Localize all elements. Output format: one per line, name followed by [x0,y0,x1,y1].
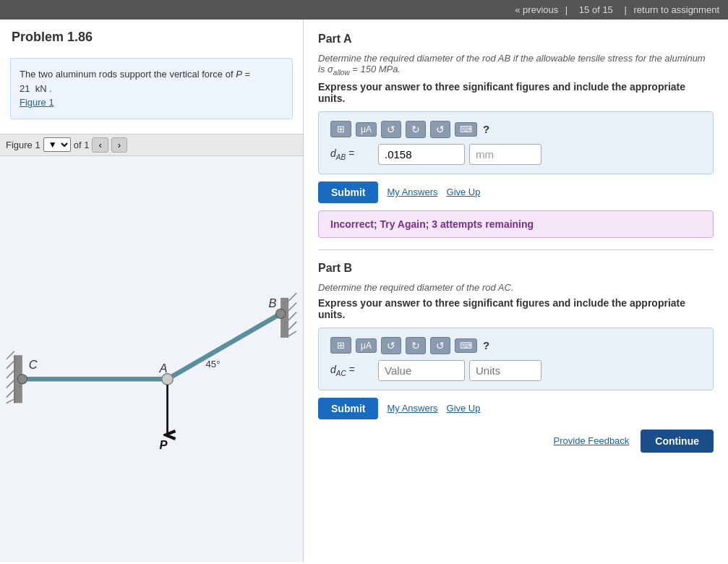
angle-label: 45° [205,358,220,369]
keyboard-btn-a[interactable]: ⌨ [455,122,477,137]
previous-link[interactable]: « previous [515,4,558,15]
svg-line-11 [288,312,296,320]
figure-next-btn[interactable]: › [111,137,127,153]
svg-line-7 [7,398,14,403]
description-text: The two aluminum rods support the vertic… [20,69,250,94]
figure-toolbar: Figure 1 ▼ of 1 ‹ › [0,134,303,156]
undo-btn-b[interactable]: ↺ [381,337,401,354]
part-b-section: Part B Determine the required diameter o… [318,262,714,419]
label-a: A [159,362,168,375]
part-b-unit-input[interactable] [469,360,541,381]
part-a-section: Part A Determine the required diameter o… [318,33,714,238]
matrix-btn-b[interactable]: ⊞ [330,337,351,354]
part-b-my-answers-btn[interactable]: My Answers [387,403,437,414]
help-btn-b[interactable]: ? [483,339,489,351]
problem-title: Problem 1.86 [0,20,303,52]
part-a-toolbar: ⊞ μA ↺ ↻ ↺ ⌨ ? [330,121,701,138]
figure-canvas: C A B 45° P [0,156,303,563]
return-link[interactable]: return to assignment [633,4,719,15]
part-a-incorrect-banner: Incorrect; Try Again; 3 attempts remaini… [318,210,714,238]
micro-btn-b[interactable]: μA [356,338,377,353]
part-a-action-row: Submit My Answers Give Up [318,181,714,203]
label-c: C [29,357,38,371]
left-panel: Problem 1.86 The two aluminum rods suppo… [0,20,304,562]
bottom-row: Provide Feedback Continue [318,430,714,453]
figure-container: Figure 1 ▼ of 1 ‹ › [0,134,303,563]
svg-line-6 [7,389,14,397]
part-a-answer-box: ⊞ μA ↺ ↻ ↺ ⌨ ? dAB = [318,111,714,174]
main-layout: Problem 1.86 The two aluminum rods suppo… [0,20,728,562]
part-b-label: dAC = [330,364,374,377]
separator: | [624,4,629,15]
svg-line-9 [288,293,296,301]
svg-line-10 [288,302,296,310]
figure-svg: C A B 45° P [0,156,303,563]
figure-of-label: of 1 [74,140,90,150]
part-b-give-up-btn[interactable]: Give Up [447,403,481,414]
part-b-answer-row: dAC = [330,360,701,381]
svg-line-3 [7,360,14,368]
matrix-btn-a[interactable]: ⊞ [330,121,351,137]
right-panel: Part A Determine the required diameter o… [304,20,728,562]
part-a-label: dAB = [330,148,374,161]
part-divider [318,249,714,250]
undo-btn-a[interactable]: ↺ [381,121,401,138]
part-b-toolbar: ⊞ μA ↺ ↻ ↺ ⌨ ? [330,337,701,354]
continue-btn[interactable]: Continue [641,430,714,453]
figure-selector-label: Figure 1 [6,140,40,150]
problem-description: The two aluminum rods support the vertic… [10,58,293,119]
label-p: P [160,438,168,452]
svg-line-2 [7,351,14,359]
svg-line-13 [288,331,296,336]
svg-point-16 [17,374,27,383]
svg-line-5 [7,380,14,388]
top-nav: « previous | 15 of 15 | return to assign… [0,0,728,20]
part-b-value-input[interactable] [378,360,465,381]
position-text: 15 of 15 [579,4,613,15]
part-a-description: Determine the required diameter of the r… [318,53,714,77]
svg-line-15 [168,313,281,378]
position-label: | [565,4,570,15]
part-a-my-answers-btn[interactable]: My Answers [387,187,437,197]
redo-btn-b[interactable]: ↻ [406,337,426,354]
svg-line-4 [7,370,14,378]
keyboard-btn-b[interactable]: ⌨ [455,338,477,353]
svg-point-18 [276,309,286,318]
part-b-instruction: Express your answer to three significant… [318,297,714,320]
refresh-btn-a[interactable]: ↺ [430,121,450,138]
part-a-unit-input[interactable] [469,144,541,165]
help-btn-a[interactable]: ? [483,123,489,135]
part-b-title: Part B [318,262,714,275]
figure-link[interactable]: Figure 1 [20,97,54,108]
part-a-title: Part A [318,33,714,46]
part-a-submit-btn[interactable]: Submit [318,181,378,203]
figure-prev-btn[interactable]: ‹ [92,137,108,153]
refresh-btn-b[interactable]: ↺ [430,337,450,354]
part-b-action-row: Submit My Answers Give Up [318,398,714,419]
redo-btn-a[interactable]: ↻ [406,121,426,138]
part-a-value-input[interactable] [378,144,465,165]
part-a-give-up-btn[interactable]: Give Up [447,187,481,197]
svg-line-12 [288,321,296,329]
micro-btn-a[interactable]: μA [356,122,377,137]
part-b-answer-box: ⊞ μA ↺ ↻ ↺ ⌨ ? dAC = [318,328,714,390]
feedback-link[interactable]: Provide Feedback [554,435,630,446]
part-a-answer-row: dAB = [330,144,701,165]
figure-dropdown[interactable]: ▼ [43,137,71,152]
part-a-instruction: Express your answer to three significant… [318,81,714,104]
label-b: B [269,296,277,310]
part-b-description: Determine the required diameter of the r… [318,282,714,293]
part-b-submit-btn[interactable]: Submit [318,398,378,419]
